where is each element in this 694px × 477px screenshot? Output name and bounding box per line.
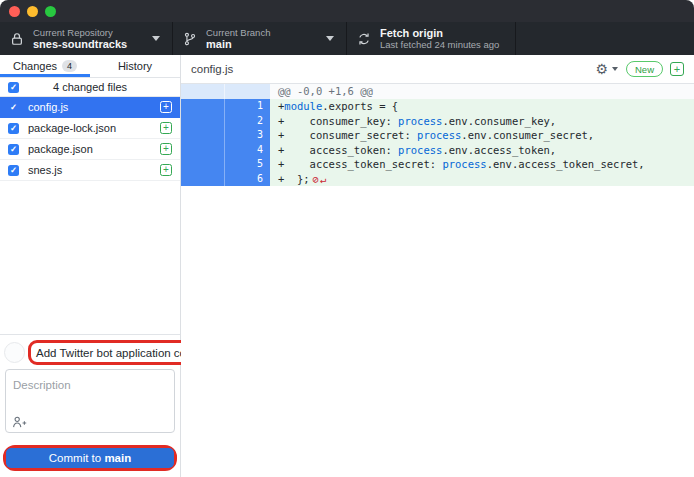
new-file-badge: New (626, 61, 663, 77)
repository-label: Current Repository (33, 27, 127, 38)
diff-added-line: 4+ access_token: process.env.access_toke… (181, 143, 694, 158)
line-number-gutter[interactable]: 2 (181, 114, 270, 129)
file-name: package.json (28, 143, 160, 155)
title-bar (0, 0, 694, 22)
changes-count-badge: 4 (62, 60, 77, 72)
diff-body: @@ -0,0 +1,6 @@ 1+module.exports = {2+ c… (181, 84, 694, 477)
commit-description-input[interactable]: Description (5, 369, 175, 433)
code-line: + consumer_key: process.env.consumer_key… (270, 114, 694, 129)
diff-lines: 1+module.exports = {2+ consumer_key: pro… (181, 99, 694, 186)
current-branch-dropdown[interactable]: Current Branch main (173, 22, 347, 55)
commit-button-annotation-highlight: Commit to main (3, 445, 177, 471)
fetch-origin-button[interactable]: Fetch origin Last fetched 24 minutes ago (347, 22, 516, 55)
description-placeholder: Description (13, 379, 71, 391)
commit-summary-input[interactable]: Add Twitter bot application code (36, 347, 199, 359)
commit-button-branch: main (104, 452, 131, 464)
avatar (4, 342, 25, 363)
commit-to-branch-button[interactable]: Commit to main (6, 448, 174, 468)
expand-plus-icon[interactable]: + (670, 62, 684, 76)
file-row[interactable]: ✓snes.js+ (0, 160, 180, 181)
diff-file-name: config.js (191, 63, 595, 75)
commit-button-label: Commit to (49, 452, 105, 464)
file-include-checkbox[interactable]: ✓ (8, 144, 19, 155)
file-include-checkbox[interactable]: ✓ (8, 123, 19, 134)
code-line: +module.exports = { (270, 99, 694, 114)
line-number-gutter[interactable]: 3 (181, 128, 270, 143)
current-repository-dropdown[interactable]: Current Repository snes-soundtracks (0, 22, 173, 55)
sidebar-empty-area (0, 181, 180, 334)
gear-icon[interactable]: ⚙ (595, 62, 608, 76)
file-status-added-icon: + (160, 164, 172, 176)
file-name: package-lock.json (28, 122, 160, 134)
commit-panel: Add Twitter bot application code Descrip… (0, 334, 180, 477)
file-include-checkbox[interactable]: ✓ (8, 165, 19, 176)
hunk-header-row: @@ -0,0 +1,6 @@ (181, 84, 694, 99)
tab-changes-label: Changes (13, 60, 57, 72)
diff-added-line: 3+ consumer_secret: process.env.consumer… (181, 128, 694, 143)
code-line: + };⊘↵ (270, 172, 694, 187)
file-row[interactable]: ✓config.js+ (0, 97, 180, 118)
chevron-down-icon[interactable] (612, 67, 618, 71)
fetch-origin-label: Fetch origin (380, 27, 499, 39)
minimize-window-button[interactable] (27, 6, 38, 17)
changed-files-count: 4 changed files (0, 81, 180, 93)
file-status-added-icon: + (160, 122, 172, 134)
file-name: config.js (28, 101, 160, 113)
close-window-button[interactable] (9, 6, 20, 17)
diff-header: config.js ⚙ New + (181, 55, 694, 84)
sidebar-tabs: Changes 4 History (0, 55, 180, 78)
repository-name: snes-soundtracks (33, 38, 127, 50)
changed-files-header: ✓ 4 changed files (0, 78, 180, 97)
line-number-gutter[interactable]: 1 (181, 99, 270, 114)
tab-history-label: History (118, 60, 152, 72)
summary-annotation-highlight: Add Twitter bot application code (28, 340, 207, 365)
toolbar-empty-area (516, 22, 694, 55)
lock-icon (10, 32, 24, 46)
file-include-checkbox[interactable]: ✓ (8, 102, 19, 113)
file-row[interactable]: ✓package.json+ (0, 139, 180, 160)
code-line: + access_token_secret: process.env.acces… (270, 157, 694, 172)
line-number-gutter[interactable]: 5 (181, 157, 270, 172)
file-row[interactable]: ✓package-lock.json+ (0, 118, 180, 139)
branch-label: Current Branch (206, 27, 270, 38)
changes-sidebar: Changes 4 History ✓ 4 changed files ✓con… (0, 55, 181, 477)
hunk-gutter (181, 84, 270, 99)
file-name: snes.js (28, 164, 160, 176)
file-status-added-icon: + (160, 101, 172, 113)
diff-added-line: 5+ access_token_secret: process.env.acce… (181, 157, 694, 172)
file-status-added-icon: + (160, 143, 172, 155)
line-number-gutter[interactable]: 6 (181, 172, 270, 187)
fetch-origin-status: Last fetched 24 minutes ago (380, 39, 499, 50)
diff-added-line: 1+module.exports = { (181, 99, 694, 114)
git-branch-icon (183, 32, 197, 46)
chevron-down-icon (326, 36, 334, 41)
chevron-down-icon (152, 36, 160, 41)
code-line: + access_token: process.env.access_token… (270, 143, 694, 158)
sync-icon (357, 32, 371, 46)
diff-panel: config.js ⚙ New + @@ -0,0 +1,6 @@ 1+modu… (181, 55, 694, 477)
maximize-window-button[interactable] (45, 6, 56, 17)
toolbar: Current Repository snes-soundtracks Curr… (0, 22, 694, 55)
branch-name: main (206, 38, 270, 50)
line-number-gutter[interactable]: 4 (181, 143, 270, 158)
hunk-header-text: @@ -0,0 +1,6 @@ (270, 84, 694, 99)
tab-history[interactable]: History (90, 55, 180, 77)
add-coauthor-button[interactable] (12, 416, 27, 428)
code-line: + consumer_secret: process.env.consumer_… (270, 128, 694, 143)
diff-added-line: 6+ };⊘↵ (181, 172, 694, 187)
github-desktop-window: Current Repository snes-soundtracks Curr… (0, 0, 694, 477)
changed-files-list: ✓config.js+✓package-lock.json+✓package.j… (0, 97, 180, 181)
tab-changes[interactable]: Changes 4 (0, 55, 90, 77)
diff-added-line: 2+ consumer_key: process.env.consumer_ke… (181, 114, 694, 129)
